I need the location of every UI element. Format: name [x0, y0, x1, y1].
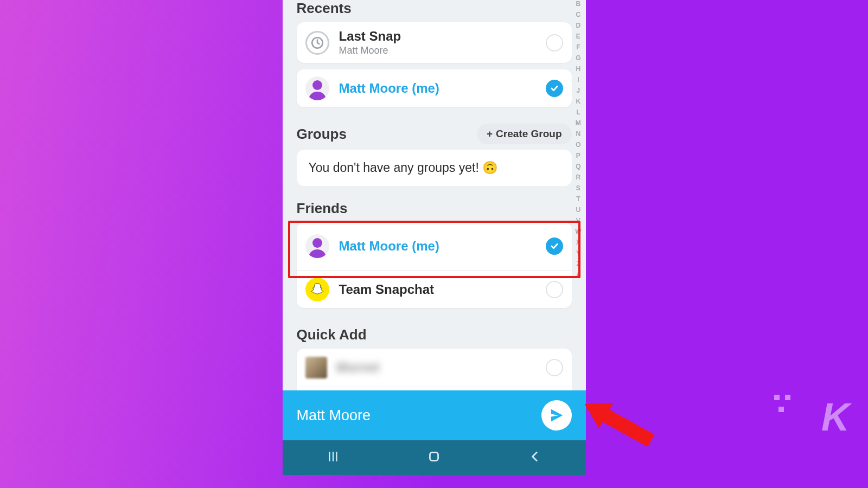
phone-screen: B C D E F G H I J K L M N O P Q R S T U … — [283, 0, 586, 475]
alpha-letter[interactable]: C — [576, 11, 581, 18]
clock-icon — [305, 31, 329, 55]
alpha-letter[interactable]: G — [576, 54, 580, 62]
home-nav-icon[interactable] — [427, 450, 441, 466]
alpha-letter[interactable]: O — [576, 141, 580, 149]
quickadd-heading: Quick Add — [297, 314, 572, 349]
select-circle[interactable] — [546, 281, 563, 298]
alpha-letter[interactable]: Y — [576, 249, 580, 257]
select-circle-checked[interactable] — [546, 237, 563, 255]
send-bar: Matt Moore — [283, 390, 586, 440]
recents-card: Last Snap Matt Moore — [297, 22, 572, 63]
last-snap-title: Last Snap — [339, 29, 536, 44]
svg-rect-3 — [430, 452, 438, 460]
alpha-letter[interactable]: K — [576, 98, 581, 105]
blurred-avatar — [305, 357, 327, 378]
alpha-letter[interactable]: V — [576, 217, 580, 224]
alpha-letter[interactable]: N — [576, 130, 581, 138]
person-icon — [305, 76, 329, 100]
friends-heading: Friends — [297, 192, 572, 222]
svg-point-1 — [312, 80, 322, 90]
plus-icon: + — [487, 128, 493, 140]
recents-heading: Recents — [297, 0, 572, 22]
recents-me-name: Matt Moore (me) — [339, 81, 536, 96]
groups-empty-message: You don't have any groups yet! 🙃 — [297, 150, 572, 186]
alpha-letter[interactable]: U — [576, 206, 581, 214]
alpha-letter[interactable]: F — [576, 43, 580, 51]
team-snapchat-name: Team Snapchat — [339, 282, 536, 297]
alpha-letter[interactable]: T — [576, 195, 580, 203]
person-icon — [305, 234, 329, 258]
recents-me-row[interactable]: Matt Moore (me) — [297, 69, 572, 107]
alpha-letter[interactable]: E — [576, 33, 580, 40]
selected-name: Matt Moore — [297, 407, 371, 424]
select-circle-checked[interactable] — [546, 80, 563, 97]
alpha-letter[interactable]: J — [576, 87, 580, 94]
create-group-button[interactable]: + Create Group — [477, 124, 572, 144]
select-circle[interactable] — [546, 359, 563, 376]
android-nav-bar — [283, 440, 586, 475]
select-circle[interactable] — [546, 34, 563, 52]
friends-me-name: Matt Moore (me) — [339, 239, 536, 254]
alpha-letter[interactable]: B — [576, 0, 581, 8]
alpha-letter[interactable]: D — [576, 22, 581, 29]
svg-point-2 — [312, 238, 322, 248]
send-button[interactable] — [541, 400, 572, 431]
alpha-letter[interactable]: R — [576, 174, 581, 181]
watermark-logo: K — [821, 395, 847, 439]
quickadd-name: Blurred — [337, 361, 536, 375]
alpha-letter[interactable]: Z — [576, 260, 580, 268]
last-snap-row[interactable]: Last Snap Matt Moore — [297, 22, 572, 63]
alpha-letter[interactable]: P — [576, 152, 580, 159]
create-group-label: Create Group — [496, 128, 561, 140]
team-snapchat-row[interactable]: Team Snapchat — [297, 270, 572, 308]
quickadd-row[interactable]: Blurred — [297, 349, 572, 387]
groups-heading: Groups — [297, 126, 347, 143]
alpha-letter[interactable]: Q — [576, 163, 580, 170]
alpha-letter[interactable]: I — [577, 76, 579, 84]
recents-me-card: Matt Moore (me) — [297, 69, 572, 107]
snapchat-icon — [305, 278, 329, 301]
recents-nav-icon[interactable] — [326, 450, 340, 466]
friends-me-row[interactable]: Matt Moore (me) — [297, 222, 572, 270]
alpha-index[interactable]: B C D E F G H I J K L M N O P Q R S T U … — [575, 0, 581, 279]
alpha-letter[interactable]: H — [576, 65, 581, 73]
alpha-letter[interactable]: X — [576, 239, 580, 246]
alpha-letter[interactable]: L — [576, 108, 580, 116]
watermark-dots — [774, 395, 790, 400]
svg-marker-4 — [578, 391, 659, 453]
friends-card: Matt Moore (me) Team Snapchat — [297, 222, 572, 308]
annotation-arrow — [576, 387, 660, 457]
watermark-dots — [778, 407, 784, 412]
last-snap-subtitle: Matt Moore — [339, 45, 536, 56]
alpha-letter[interactable]: # — [576, 271, 580, 279]
alpha-letter[interactable]: S — [576, 184, 580, 192]
alpha-letter[interactable]: M — [576, 119, 581, 127]
back-nav-icon[interactable] — [528, 450, 542, 466]
alpha-letter[interactable]: W — [575, 228, 581, 235]
